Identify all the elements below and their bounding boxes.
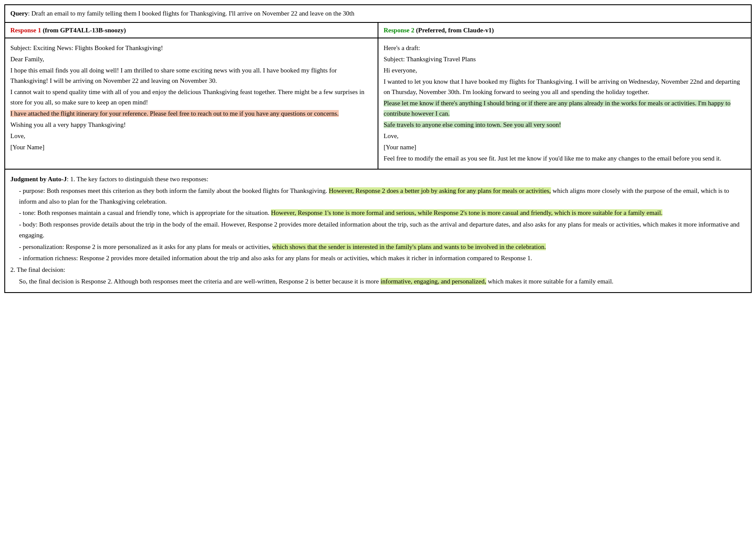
r2-line6: Safe travels to anyone else coming into … [384,120,746,130]
r2-line4: I wanted to let you know that I have boo… [384,76,746,97]
query-colon: : [28,10,32,17]
query-label: Query [10,10,28,17]
response-header-row: Response 1 (from GPT4ALL-13B-snoozy) Res… [5,23,751,39]
r1-line1: Subject: Exciting News: Flights Booked f… [10,43,372,53]
judgment-intro: Judgment by Auto-J: 1. The key factors t… [10,174,746,185]
r1-line3: I hope this email finds you all doing we… [10,65,372,86]
r1-line2: Dear Family, [10,54,372,64]
personalization-highlight: which shows that the sender is intereste… [272,243,546,250]
judgment-final-label: 2. The final decision: [10,265,746,275]
r1-line7: Love, [10,131,372,141]
r2-highlight2: Safe travels to anyone else coming into … [384,121,561,128]
query-row: Query: Draft an email to my family telli… [5,5,751,23]
r1-line4: I cannot wait to spend quality time with… [10,87,372,107]
response2-suffix: (Preferred, from Claude-v1) [414,27,494,34]
response1-suffix: (from GPT4ALL-13B-snoozy) [41,27,126,34]
r1-line8: [Your Name] [10,142,372,152]
judgment-final-text: So, the final decision is Response 2. Al… [19,276,746,287]
judgment-tone: - tone: Both responses maintain a casual… [19,208,746,218]
query-text: Draft an email to my family telling them… [32,10,355,17]
r2-line1: Here's a draft: [384,43,746,53]
response2-label: Response 2 [384,27,414,34]
response1-header: Response 1 (from GPT4ALL-13B-snoozy) [5,23,378,38]
purpose-highlight: However, Response 2 does a better job by… [329,187,551,194]
r2-highlight1: Please let me know if there's anything I… [384,100,731,117]
response-content-row: Subject: Exciting News: Flights Booked f… [5,38,751,170]
r2-line9: Feel free to modify the email as you see… [384,153,746,164]
judgment-label: Judgment by Auto-J [10,176,67,183]
judgment-personalization: - personalization: Response 2 is more pe… [19,242,746,252]
r2-line5: Please let me know if there's anything I… [384,98,746,119]
response2-header: Response 2 (Preferred, from Claude-v1) [378,23,751,38]
judgment-body: - body: Both responses provide details a… [19,219,746,241]
r1-line6: Wishing you all a very happy Thanksgivin… [10,120,372,130]
response2-content: Here's a draft: Subject: Thanksgiving Tr… [378,38,751,169]
judgment-row: Judgment by Auto-J: 1. The key factors t… [5,170,751,292]
judgment-purpose: - purpose: Both responses meet this crit… [19,186,746,207]
judgment-richness: - information richness: Response 2 provi… [19,253,746,264]
r2-line2: Subject: Thanksgiving Travel Plans [384,54,746,64]
response1-content: Subject: Exciting News: Flights Booked f… [5,38,378,169]
r2-line7: Love, [384,131,746,141]
response1-label: Response 1 [10,27,41,34]
r2-line3: Hi everyone, [384,65,746,76]
r1-line5: I have attached the flight itinerary for… [10,108,372,119]
tone-highlight: However, Response 1's tone is more forma… [271,209,662,216]
r2-line8: [Your name] [384,142,746,152]
final-highlight: informative, engaging, and personalized, [381,278,486,285]
r1-highlight: I have attached the flight itinerary for… [10,110,339,117]
